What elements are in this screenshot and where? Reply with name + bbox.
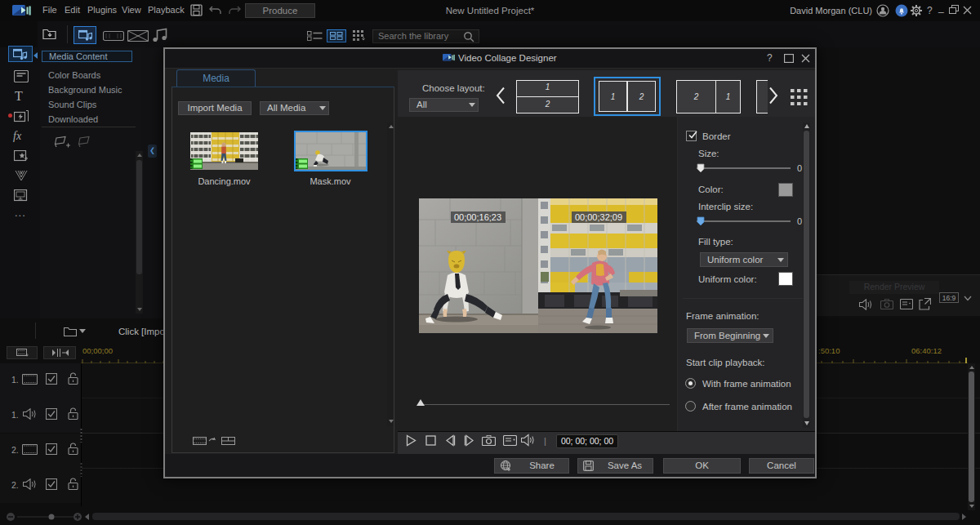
svg-text:00;00;32;09: 00;00;32;09 [575, 212, 622, 222]
svg-text:00;00;16;23: 00;00;16;23 [454, 212, 501, 222]
